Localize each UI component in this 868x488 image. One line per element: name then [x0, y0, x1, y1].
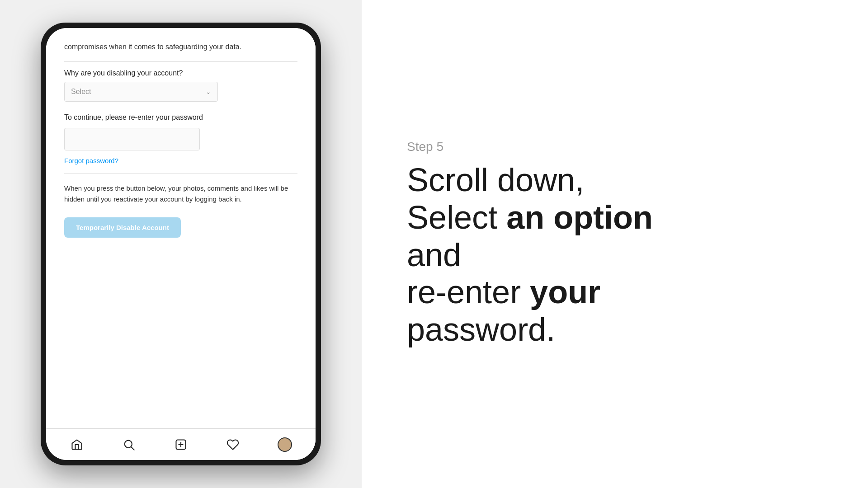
select-placeholder: Select	[71, 88, 91, 96]
step-line4-bold: your	[530, 274, 600, 310]
create-nav-button[interactable]	[170, 433, 192, 456]
instructions-area: Step 5 Scroll down, Select an option and…	[362, 0, 868, 488]
reason-select-dropdown[interactable]: Select ⌄	[64, 82, 218, 102]
step-title: Scroll down, Select an option and re-ent…	[407, 161, 823, 348]
step-line1: Scroll down,	[407, 162, 584, 198]
home-nav-button[interactable]	[66, 433, 88, 456]
divider-top	[64, 61, 297, 62]
divider-middle	[64, 174, 297, 174]
temporarily-disable-button[interactable]: Temporarily Disable Account	[64, 217, 181, 238]
top-partial-text: compromises when it comes to safeguardin…	[64, 42, 297, 52]
profile-nav-button[interactable]	[274, 433, 296, 456]
screen-content: compromises when it comes to safeguardin…	[46, 28, 316, 428]
step-line5: password.	[407, 311, 555, 347]
search-icon	[123, 438, 135, 451]
phone-frame: compromises when it comes to safeguardin…	[41, 23, 321, 465]
svg-line-1	[131, 447, 134, 450]
step-line3: and	[407, 237, 461, 273]
plus-icon	[175, 438, 187, 451]
step-label: Step 5	[407, 140, 823, 154]
why-label: Why are you disabling your account?	[64, 69, 297, 77]
avatar	[278, 437, 292, 452]
heart-icon	[226, 438, 239, 451]
bottom-navigation	[46, 428, 316, 460]
search-nav-button[interactable]	[118, 433, 140, 456]
forgot-password-link[interactable]: Forgot password?	[64, 157, 297, 164]
step-line2-normal: Select	[407, 199, 506, 235]
phone-screen: compromises when it comes to safeguardin…	[46, 28, 316, 460]
password-input-field[interactable]	[64, 128, 200, 150]
phone-area: compromises when it comes to safeguardin…	[0, 0, 362, 488]
activity-nav-button[interactable]	[222, 433, 244, 456]
home-icon	[71, 438, 83, 451]
step-line4-normal: re-enter	[407, 274, 530, 310]
step-line2-bold: an option	[506, 199, 653, 235]
chevron-down-icon: ⌄	[206, 88, 211, 95]
info-text: When you press the button below, your ph…	[64, 183, 297, 205]
password-label: To continue, please re-enter your passwo…	[64, 113, 297, 122]
